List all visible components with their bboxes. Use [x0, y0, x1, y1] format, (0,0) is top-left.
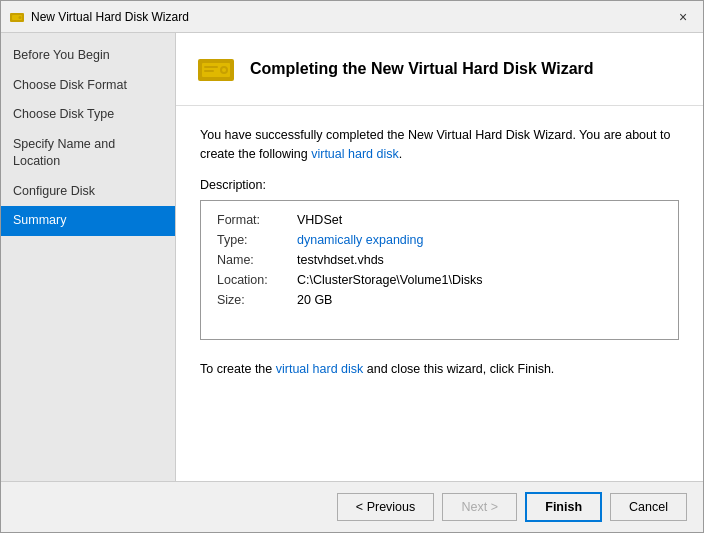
field-format-key: Format: — [217, 213, 297, 227]
title-bar: New Virtual Hard Disk Wizard × — [1, 1, 703, 33]
field-location: Location: C:\ClusterStorage\Volume1\Disk… — [217, 273, 662, 287]
description-box: Format: VHDSet Type: dynamically expandi… — [200, 200, 679, 340]
description-label: Description: — [200, 178, 679, 192]
field-name-value: testvhdset.vhds — [297, 253, 384, 267]
finish-button[interactable]: Finish — [525, 492, 602, 522]
window-title: New Virtual Hard Disk Wizard — [31, 10, 671, 24]
sidebar-item-summary[interactable]: Summary — [1, 206, 175, 236]
intro-link[interactable]: virtual hard disk — [311, 147, 399, 161]
field-name-key: Name: — [217, 253, 297, 267]
close-button[interactable]: × — [671, 5, 695, 29]
field-type: Type: dynamically expanding — [217, 233, 662, 247]
body-section: You have successfully completed the New … — [176, 106, 703, 481]
field-size-key: Size: — [217, 293, 297, 307]
field-format-value: VHDSet — [297, 213, 342, 227]
header-section: Completing the New Virtual Hard Disk Wiz… — [176, 33, 703, 106]
main-panel: Completing the New Virtual Hard Disk Wiz… — [176, 33, 703, 481]
field-size: Size: 20 GB — [217, 293, 662, 307]
header-title: Completing the New Virtual Hard Disk Wiz… — [250, 60, 594, 78]
svg-point-6 — [222, 68, 226, 72]
field-size-value: 20 GB — [297, 293, 332, 307]
sidebar-item-choose-disk-type[interactable]: Choose Disk Type — [1, 100, 175, 130]
footer-text-part1: To create the — [200, 362, 276, 376]
sidebar-item-specify-name-location[interactable]: Specify Name and Location — [1, 130, 175, 177]
content-area: Before You Begin Choose Disk Format Choo… — [1, 33, 703, 481]
button-bar: < Previous Next > Finish Cancel — [1, 481, 703, 532]
sidebar: Before You Begin Choose Disk Format Choo… — [1, 33, 176, 481]
sidebar-item-before-you-begin[interactable]: Before You Begin — [1, 41, 175, 71]
header-icon — [196, 49, 236, 89]
cancel-button[interactable]: Cancel — [610, 493, 687, 521]
field-type-key: Type: — [217, 233, 297, 247]
intro-text-part2: . — [399, 147, 402, 161]
footer-text: To create the virtual hard disk and clos… — [200, 360, 679, 379]
svg-rect-7 — [204, 66, 218, 68]
field-name: Name: testvhdset.vhds — [217, 253, 662, 267]
next-button[interactable]: Next > — [442, 493, 517, 521]
footer-link[interactable]: virtual hard disk — [276, 362, 364, 376]
svg-rect-8 — [204, 70, 214, 72]
sidebar-item-configure-disk[interactable]: Configure Disk — [1, 177, 175, 207]
field-location-value: C:\ClusterStorage\Volume1\Disks — [297, 273, 483, 287]
wizard-window: New Virtual Hard Disk Wizard × Before Yo… — [0, 0, 704, 533]
svg-point-2 — [19, 16, 22, 19]
footer-text-part2: and close this wizard, click Finish. — [363, 362, 554, 376]
intro-text-part1: You have successfully completed the New … — [200, 128, 670, 161]
field-format: Format: VHDSet — [217, 213, 662, 227]
previous-button[interactable]: < Previous — [337, 493, 434, 521]
intro-text: You have successfully completed the New … — [200, 126, 679, 164]
field-location-key: Location: — [217, 273, 297, 287]
field-type-value: dynamically expanding — [297, 233, 423, 247]
sidebar-item-choose-disk-format[interactable]: Choose Disk Format — [1, 71, 175, 101]
titlebar-icon — [9, 9, 25, 25]
